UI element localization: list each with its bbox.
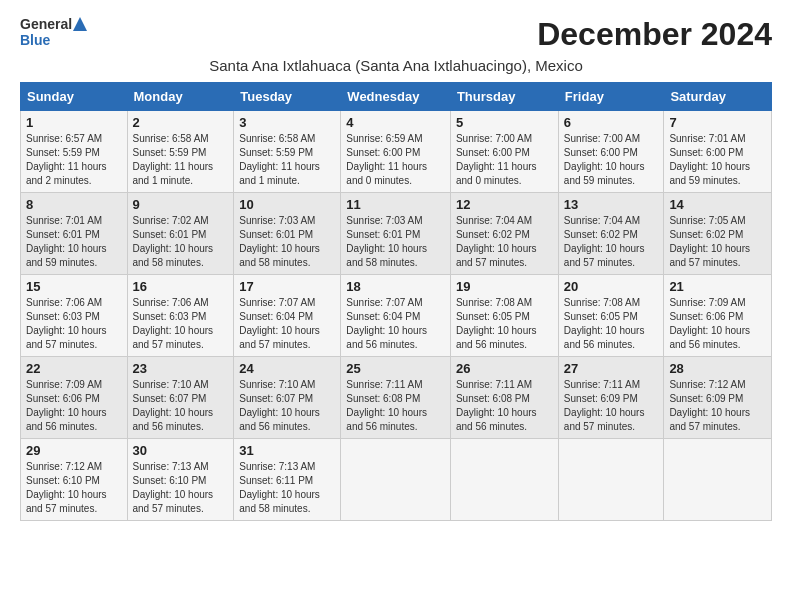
calendar-cell: 27Sunrise: 7:11 AMSunset: 6:09 PMDayligh… [558,357,664,439]
calendar-cell: 26Sunrise: 7:11 AMSunset: 6:08 PMDayligh… [450,357,558,439]
day-number: 21 [669,279,766,294]
calendar-cell: 16Sunrise: 7:06 AMSunset: 6:03 PMDayligh… [127,275,234,357]
calendar-cell [450,439,558,521]
day-number: 17 [239,279,335,294]
day-info: Sunrise: 7:07 AMSunset: 6:04 PMDaylight:… [346,296,445,352]
day-info: Sunrise: 7:00 AMSunset: 6:00 PMDaylight:… [456,132,553,188]
day-info: Sunrise: 7:01 AMSunset: 6:01 PMDaylight:… [26,214,122,270]
day-number: 15 [26,279,122,294]
calendar-cell [341,439,451,521]
day-info: Sunrise: 6:59 AMSunset: 6:00 PMDaylight:… [346,132,445,188]
calendar-cell: 20Sunrise: 7:08 AMSunset: 6:05 PMDayligh… [558,275,664,357]
svg-marker-0 [73,17,87,31]
day-info: Sunrise: 7:05 AMSunset: 6:02 PMDaylight:… [669,214,766,270]
calendar-cell: 22Sunrise: 7:09 AMSunset: 6:06 PMDayligh… [21,357,128,439]
day-number: 26 [456,361,553,376]
day-info: Sunrise: 7:12 AMSunset: 6:10 PMDaylight:… [26,460,122,516]
day-number: 7 [669,115,766,130]
calendar-cell: 10Sunrise: 7:03 AMSunset: 6:01 PMDayligh… [234,193,341,275]
calendar-cell: 18Sunrise: 7:07 AMSunset: 6:04 PMDayligh… [341,275,451,357]
calendar-cell: 24Sunrise: 7:10 AMSunset: 6:07 PMDayligh… [234,357,341,439]
day-info: Sunrise: 7:11 AMSunset: 6:08 PMDaylight:… [346,378,445,434]
day-number: 23 [133,361,229,376]
calendar-cell: 4Sunrise: 6:59 AMSunset: 6:00 PMDaylight… [341,111,451,193]
calendar-cell: 7Sunrise: 7:01 AMSunset: 6:00 PMDaylight… [664,111,772,193]
calendar-week-row: 29Sunrise: 7:12 AMSunset: 6:10 PMDayligh… [21,439,772,521]
day-number: 30 [133,443,229,458]
day-info: Sunrise: 7:13 AMSunset: 6:11 PMDaylight:… [239,460,335,516]
logo-bird-icon [73,17,87,31]
day-number: 28 [669,361,766,376]
calendar-cell: 31Sunrise: 7:13 AMSunset: 6:11 PMDayligh… [234,439,341,521]
day-number: 9 [133,197,229,212]
day-info: Sunrise: 7:03 AMSunset: 6:01 PMDaylight:… [239,214,335,270]
day-number: 1 [26,115,122,130]
day-number: 31 [239,443,335,458]
day-info: Sunrise: 6:58 AMSunset: 5:59 PMDaylight:… [133,132,229,188]
day-header-tuesday: Tuesday [234,83,341,111]
day-header-monday: Monday [127,83,234,111]
day-info: Sunrise: 7:10 AMSunset: 6:07 PMDaylight:… [239,378,335,434]
calendar-cell: 15Sunrise: 7:06 AMSunset: 6:03 PMDayligh… [21,275,128,357]
day-info: Sunrise: 7:09 AMSunset: 6:06 PMDaylight:… [669,296,766,352]
day-info: Sunrise: 7:11 AMSunset: 6:09 PMDaylight:… [564,378,659,434]
calendar-cell: 30Sunrise: 7:13 AMSunset: 6:10 PMDayligh… [127,439,234,521]
day-info: Sunrise: 7:08 AMSunset: 6:05 PMDaylight:… [456,296,553,352]
day-info: Sunrise: 7:00 AMSunset: 6:00 PMDaylight:… [564,132,659,188]
month-title: December 2024 [537,16,772,53]
day-number: 11 [346,197,445,212]
calendar-cell [558,439,664,521]
day-info: Sunrise: 7:11 AMSunset: 6:08 PMDaylight:… [456,378,553,434]
logo: General Blue [20,16,87,48]
day-number: 4 [346,115,445,130]
page-header: General Blue December 2024 [20,16,772,53]
calendar-cell: 9Sunrise: 7:02 AMSunset: 6:01 PMDaylight… [127,193,234,275]
day-info: Sunrise: 7:10 AMSunset: 6:07 PMDaylight:… [133,378,229,434]
day-info: Sunrise: 7:04 AMSunset: 6:02 PMDaylight:… [564,214,659,270]
day-number: 16 [133,279,229,294]
day-number: 29 [26,443,122,458]
calendar-cell: 5Sunrise: 7:00 AMSunset: 6:00 PMDaylight… [450,111,558,193]
day-info: Sunrise: 7:06 AMSunset: 6:03 PMDaylight:… [133,296,229,352]
day-number: 10 [239,197,335,212]
day-number: 24 [239,361,335,376]
day-info: Sunrise: 7:13 AMSunset: 6:10 PMDaylight:… [133,460,229,516]
day-number: 12 [456,197,553,212]
day-number: 22 [26,361,122,376]
day-number: 13 [564,197,659,212]
day-info: Sunrise: 7:04 AMSunset: 6:02 PMDaylight:… [456,214,553,270]
calendar-cell: 1Sunrise: 6:57 AMSunset: 5:59 PMDaylight… [21,111,128,193]
day-header-friday: Friday [558,83,664,111]
day-number: 2 [133,115,229,130]
day-number: 5 [456,115,553,130]
calendar-cell: 19Sunrise: 7:08 AMSunset: 6:05 PMDayligh… [450,275,558,357]
day-info: Sunrise: 7:01 AMSunset: 6:00 PMDaylight:… [669,132,766,188]
day-header-thursday: Thursday [450,83,558,111]
calendar-cell: 11Sunrise: 7:03 AMSunset: 6:01 PMDayligh… [341,193,451,275]
location-title: Santa Ana Ixtlahuaca (Santa Ana Ixtlahua… [20,57,772,74]
day-number: 18 [346,279,445,294]
calendar-week-row: 22Sunrise: 7:09 AMSunset: 6:06 PMDayligh… [21,357,772,439]
day-info: Sunrise: 7:02 AMSunset: 6:01 PMDaylight:… [133,214,229,270]
calendar-cell: 29Sunrise: 7:12 AMSunset: 6:10 PMDayligh… [21,439,128,521]
day-info: Sunrise: 7:12 AMSunset: 6:09 PMDaylight:… [669,378,766,434]
day-info: Sunrise: 7:09 AMSunset: 6:06 PMDaylight:… [26,378,122,434]
calendar-cell [664,439,772,521]
calendar-cell: 21Sunrise: 7:09 AMSunset: 6:06 PMDayligh… [664,275,772,357]
calendar-cell: 2Sunrise: 6:58 AMSunset: 5:59 PMDaylight… [127,111,234,193]
day-info: Sunrise: 6:58 AMSunset: 5:59 PMDaylight:… [239,132,335,188]
day-info: Sunrise: 7:03 AMSunset: 6:01 PMDaylight:… [346,214,445,270]
calendar-cell: 28Sunrise: 7:12 AMSunset: 6:09 PMDayligh… [664,357,772,439]
logo-general-text: General [20,16,72,32]
day-info: Sunrise: 6:57 AMSunset: 5:59 PMDaylight:… [26,132,122,188]
day-number: 27 [564,361,659,376]
day-info: Sunrise: 7:08 AMSunset: 6:05 PMDaylight:… [564,296,659,352]
day-number: 19 [456,279,553,294]
calendar-week-row: 1Sunrise: 6:57 AMSunset: 5:59 PMDaylight… [21,111,772,193]
day-number: 25 [346,361,445,376]
calendar-cell: 17Sunrise: 7:07 AMSunset: 6:04 PMDayligh… [234,275,341,357]
calendar-week-row: 15Sunrise: 7:06 AMSunset: 6:03 PMDayligh… [21,275,772,357]
day-header-wednesday: Wednesday [341,83,451,111]
calendar-cell: 23Sunrise: 7:10 AMSunset: 6:07 PMDayligh… [127,357,234,439]
day-number: 8 [26,197,122,212]
